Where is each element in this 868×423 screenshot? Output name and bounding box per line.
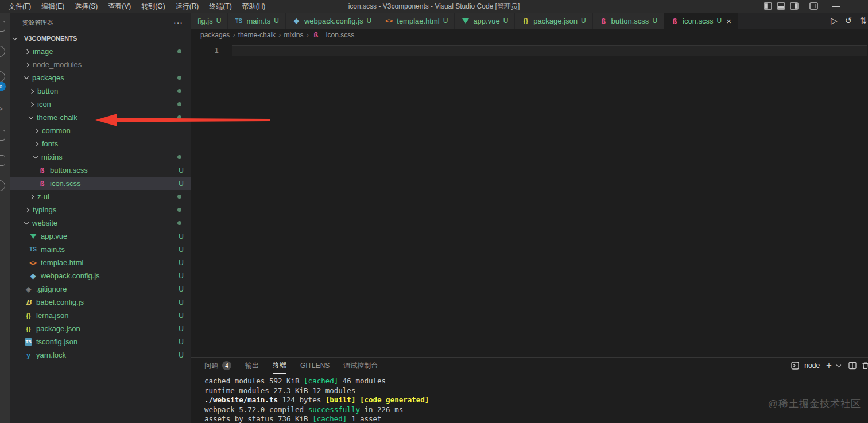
explorer-icon[interactable] [0,21,5,32]
layout-panel-left-icon[interactable] [764,2,772,10]
tree-item-z-ui[interactable]: z-ui [10,190,191,203]
tree-item-node-modules[interactable]: node_modules [10,58,191,71]
breadcrumb-item-packages[interactable]: packages [200,31,230,39]
tree-item-app-vue[interactable]: app.vueU [10,230,191,243]
activity-bar[interactable]: 0 > [0,13,10,423]
tree-item-yarn-lock[interactable]: yyarn.lockU [10,348,191,362]
timeline-icon[interactable]: ↺ [845,15,852,26]
menu-file[interactable]: 文件(F) [3,0,36,13]
workspace-section-header[interactable]: V3COMPONENTS [10,32,191,45]
git-untracked-badge: U [179,338,184,346]
account-icon[interactable] [0,180,5,191]
menu-go[interactable]: 转到(G) [136,0,170,13]
tree-item-icon[interactable]: icon [10,98,191,111]
tree-item-label: button.scss [50,166,88,174]
git-modified-dot [177,155,181,159]
search-icon[interactable] [0,46,5,57]
breadcrumb-item-mixins[interactable]: mixins [284,31,303,39]
tree-item-tsconfig-json[interactable]: TStsconfig.jsonU [10,335,191,348]
json-file-icon: {} [24,325,33,332]
tab-close-icon[interactable]: × [726,17,731,25]
layout-panel-right-icon[interactable] [790,2,799,10]
tab-untracked-badge: U [581,17,586,25]
tab-templae-html[interactable]: <>templae.htmlU [378,13,455,29]
customize-layout-icon[interactable] [809,2,818,10]
tree-item-main-ts[interactable]: TSmain.tsU [10,243,191,256]
panel-tab-output[interactable]: 输出 [245,358,259,374]
tree-item-templae-html[interactable]: <>templae.htmlU [10,256,191,269]
tsconfig-file-icon: TS [24,338,33,346]
tree-item-babel-config-js[interactable]: Bbabel.config.jsU [10,296,191,309]
menu-selection[interactable]: 选择(S) [69,0,103,13]
panel-tab-problems[interactable]: 问题4 [204,358,231,374]
restore-button[interactable] [861,3,868,9]
tree-item-button-scss[interactable]: ßbutton.scssU [10,164,191,177]
tree-item-label: lerna.json [36,311,68,320]
split-terminal-icon[interactable] [848,362,857,370]
tree-item-icon-scss[interactable]: ßicon.scssU [10,177,191,190]
tree-item-theme-chalk[interactable]: theme-chalk [10,111,191,124]
tree-item-label: main.ts [41,245,65,254]
menu-run[interactable]: 运行(R) [170,0,204,13]
tab-package-json[interactable]: {}package.jsonU [515,13,592,29]
breadcrumb-separator: › [306,30,308,39]
file-tree: imagenode_modulespackagesbuttonicontheme… [10,45,191,362]
tab-button-scss[interactable]: ßbutton.scssU [593,13,664,29]
terminal-line: cached modules 592 KiB [cached] 46 modul… [204,377,868,386]
tree-item-mixins[interactable]: mixins [10,150,191,164]
window-controls-separator [805,2,805,10]
tree-item-gitignore[interactable]: ◈.gitignoreU [10,282,191,296]
new-terminal-icon[interactable]: + [826,360,832,371]
vue-file-icon [461,18,470,24]
breadcrumb-item-theme-chalk[interactable]: theme-chalk [238,31,276,39]
panel-tab-debug-console[interactable]: 调试控制台 [343,358,378,374]
panel-tab-terminal[interactable]: 终端 [273,358,286,374]
terminal-dropdown-icon[interactable] [836,362,841,367]
remote-icon[interactable] [0,155,5,166]
breadcrumb-item-icon-scss[interactable]: ßicon.scss [312,30,354,39]
tree-item-fonts[interactable]: fonts [10,137,191,150]
extensions-icon[interactable] [0,130,5,141]
tab-untracked-badge: U [216,17,222,25]
sass-file-icon: ß [38,166,46,174]
chevron-down-icon [13,35,17,40]
layout-panel-bottom-icon[interactable] [777,2,785,10]
tree-item-package-json[interactable]: {}package.jsonU [10,322,191,335]
tree-item-typings[interactable]: typings [10,203,191,216]
terminal-text: assets by status 736 KiB [204,414,312,423]
git-untracked-badge: U [179,246,184,254]
menu-edit[interactable]: 编辑(E) [36,0,69,13]
tree-item-website[interactable]: website [10,216,191,230]
breadcrumb-label: mixins [284,31,303,39]
panel-tab-gitlens[interactable]: GITLENS [300,358,330,374]
tree-item-button[interactable]: button [10,84,191,98]
tab-fig-js[interactable]: fig.jsU [191,13,228,29]
tree-item-lerna-json[interactable]: {}lerna.jsonU [10,309,191,322]
tab-webpack-config-js[interactable]: ◆webpack.config.jsU [286,13,378,29]
menu-terminal[interactable]: 终端(T) [204,0,237,13]
menu-view[interactable]: 查看(V) [103,0,136,13]
tab-icon-scss[interactable]: ßicon.scssU× [664,13,738,29]
tree-item-packages[interactable]: packages [10,71,191,84]
tree-item-image[interactable]: image [10,45,191,58]
source-control-icon[interactable] [0,71,5,82]
tab-label: webpack.config.js [304,17,363,25]
tree-item-common[interactable]: common [10,124,191,137]
panel-tab-label: GITLENS [300,362,330,370]
tree-item-label: icon [37,100,51,108]
tab-app-vue[interactable]: app.vueU [455,13,515,29]
terminal-output[interactable]: cached modules 592 KiB [cached] 46 modul… [191,374,868,423]
kill-terminal-icon[interactable] [862,362,868,370]
compare-changes-icon[interactable]: ⇅ [859,15,867,26]
menu-help[interactable]: 帮助(H) [237,0,271,13]
tree-item-webpack-config-js[interactable]: ◆webpack.config.jsU [10,269,191,282]
minimize-button[interactable] [832,6,840,7]
run-icon[interactable]: ▷ [831,15,838,26]
source-control-badge: 0 [0,82,6,91]
run-debug-icon[interactable]: > [0,104,3,113]
explorer-more-actions-icon[interactable]: ··· [173,18,183,27]
editor-pane[interactable]: 1 [191,41,868,357]
terminal-line: runtime modules 27.3 KiB 12 modules [204,386,868,396]
tab-main-ts[interactable]: TSmain.tsU [228,13,286,29]
terminal-shell-label[interactable]: node [804,362,820,370]
